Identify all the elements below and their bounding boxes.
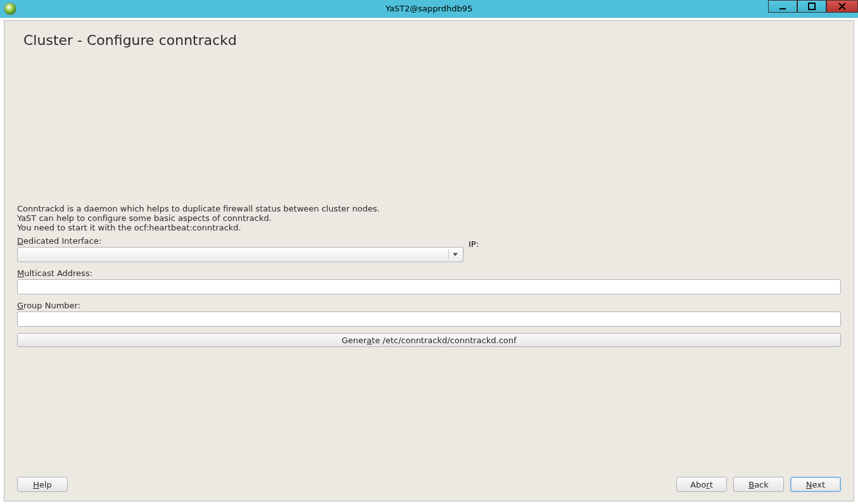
minimize-button[interactable]	[768, 0, 797, 13]
next-button[interactable]: Next	[790, 477, 841, 492]
dedicated-interface-label: Dedicated Interface:	[17, 236, 841, 246]
window-title: YaST2@sapprdhdb95	[0, 4, 858, 13]
content-area: Cluster - Configure conntrackd Conntrack…	[4, 20, 854, 501]
titlebar: YaST2@sapprdhdb95	[0, 0, 858, 18]
window-controls	[768, 0, 858, 17]
dedicated-interface-combo[interactable]	[17, 247, 464, 262]
group-number-input[interactable]	[17, 312, 841, 327]
description-line: Conntrackd is a daemon which helps to du…	[17, 205, 380, 214]
maximize-button[interactable]	[797, 0, 826, 13]
close-button[interactable]	[826, 0, 858, 13]
back-button[interactable]: Back	[733, 477, 784, 492]
bottom-bar: Help Abort Back Next	[17, 477, 841, 492]
chevron-down-icon	[453, 253, 458, 256]
help-button[interactable]: Help	[17, 477, 68, 492]
group-number-label: Group Number:	[17, 301, 841, 310]
dedicated-interface-row: IP:	[17, 247, 841, 262]
minimize-icon	[779, 3, 786, 10]
generate-config-button[interactable]: Generate /etc/conntrackd/conntrackd.conf	[17, 333, 841, 347]
description-line: You need to start it with the ocf:heartb…	[17, 224, 380, 233]
page-title: Cluster - Configure conntrackd	[23, 32, 841, 48]
multicast-address-input[interactable]	[17, 279, 841, 294]
form: Dedicated Interface: IP: Multicast Addre…	[17, 236, 841, 347]
ip-label: IP:	[469, 239, 479, 249]
app-icon	[4, 3, 16, 15]
svg-rect-1	[809, 3, 815, 9]
abort-button[interactable]: Abort	[676, 477, 727, 492]
maximize-icon	[808, 3, 816, 10]
description-text: Conntrackd is a daemon which helps to du…	[17, 205, 380, 233]
close-icon	[838, 3, 846, 10]
description-line: YaST can help to configure some basic as…	[17, 214, 380, 224]
multicast-address-label: Multicast Address:	[17, 268, 841, 278]
